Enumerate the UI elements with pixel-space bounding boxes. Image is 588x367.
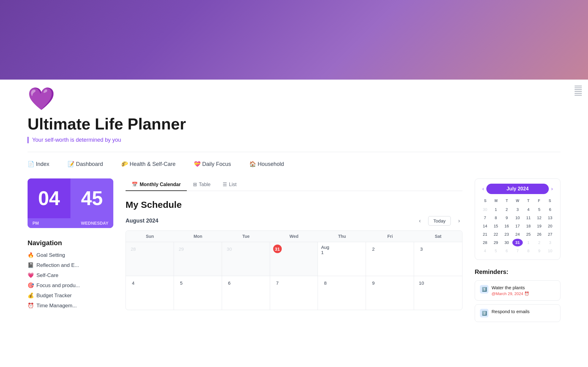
- mini-cell-2next[interactable]: 2: [534, 239, 544, 246]
- mini-cell-24[interactable]: 24: [512, 230, 522, 238]
- cal-cell-8[interactable]: 8: [318, 276, 366, 310]
- mini-cell-10next[interactable]: 10: [545, 247, 555, 255]
- mini-calendar-grid: 30 1 2 3 4 5 6 7 8 9 10 11 12 13 14: [480, 206, 555, 255]
- mini-cell-9next[interactable]: 9: [534, 247, 544, 255]
- nav-household[interactable]: 🏠 Household: [249, 161, 284, 167]
- nav-daily-focus[interactable]: 💝 Daily Focus: [194, 161, 231, 167]
- mini-cell-8[interactable]: 8: [491, 214, 501, 222]
- clock-day: WEDNESDAY: [81, 221, 108, 226]
- cal-cell-2[interactable]: 2: [366, 242, 414, 276]
- mini-cell-5next[interactable]: 5: [491, 247, 501, 255]
- nav-goal-setting[interactable]: 🔥 Goal Setting: [28, 252, 113, 258]
- mini-cell-9[interactable]: 9: [502, 214, 512, 222]
- mini-cell-11[interactable]: 11: [523, 214, 533, 222]
- mini-cell-28[interactable]: 28: [480, 239, 490, 246]
- cal-cell-29[interactable]: 29: [174, 242, 222, 276]
- mini-cell-2[interactable]: 2: [502, 206, 512, 213]
- scrollbar[interactable]: [575, 86, 582, 95]
- day-header-fri: Fri: [366, 231, 414, 242]
- mini-cell-3[interactable]: 3: [512, 206, 522, 213]
- tab-list[interactable]: ☰ List: [217, 178, 243, 191]
- calendar-day-headers: Sun Mon Tue Wed Thu Fri Sat: [126, 231, 462, 242]
- nav-health[interactable]: 🌮 Health & Self-Care: [121, 161, 175, 167]
- mini-cell-16[interactable]: 16: [502, 222, 512, 230]
- nav-self-care[interactable]: 💗 Self-Care: [28, 272, 113, 279]
- cal-cell-10[interactable]: 10: [414, 276, 462, 310]
- mini-cell-3next[interactable]: 3: [545, 239, 555, 246]
- calendar-icon: 📅: [132, 182, 138, 187]
- mini-cell-29[interactable]: 29: [491, 239, 501, 246]
- cal-cell-9[interactable]: 9: [366, 276, 414, 310]
- mini-cal-next-btn[interactable]: ›: [549, 185, 555, 193]
- mini-cell-6next[interactable]: 6: [502, 247, 512, 255]
- mini-cell-12[interactable]: 12: [534, 214, 544, 222]
- tab-monthly-calendar[interactable]: 📅 Monthly Calendar: [126, 178, 187, 191]
- day-header-sat: Sat: [414, 231, 462, 242]
- nav-reflection[interactable]: 📓 Reflection and E...: [28, 262, 113, 268]
- mini-cell-17[interactable]: 17: [512, 222, 522, 230]
- mini-cell-15[interactable]: 15: [491, 222, 501, 230]
- day-header-sun: Sun: [126, 231, 174, 242]
- mini-hdr-w: W: [512, 198, 523, 204]
- reminder-2-text: Respond to emails: [492, 309, 530, 314]
- cal-cell-6[interactable]: 6: [222, 276, 270, 310]
- mini-cell-21[interactable]: 21: [480, 230, 490, 238]
- clock-minute: 45: [70, 178, 113, 218]
- mini-cell-7next[interactable]: 7: [512, 247, 522, 255]
- right-panel: ‹ July 2024 › S M T W T F S 30 1: [475, 178, 560, 326]
- mini-cell-27[interactable]: 27: [545, 230, 555, 238]
- reminder-item-1: 1️⃣ Water the plants @March 29, 2024 ⏰: [475, 280, 560, 301]
- nav-focus[interactable]: 🎯 Focus and produ...: [28, 282, 113, 289]
- mini-cell-30[interactable]: 30: [502, 239, 512, 246]
- nav-budget[interactable]: 💰 Budget Tracker: [28, 292, 113, 299]
- mini-cell-8next[interactable]: 8: [523, 247, 533, 255]
- mini-calendar-header: ‹ July 2024 ›: [480, 184, 555, 194]
- cal-cell-7[interactable]: 7: [270, 276, 318, 310]
- mini-cal-prev-btn[interactable]: ‹: [480, 185, 486, 193]
- cal-cell-5[interactable]: 5: [174, 276, 222, 310]
- nav-dashboard[interactable]: 📝 Dashboard: [68, 161, 103, 167]
- scroll-line-1: [575, 86, 582, 86]
- day-header-wed: Wed: [270, 231, 318, 242]
- mini-cell-23[interactable]: 23: [502, 230, 512, 238]
- calendar-next-btn[interactable]: ›: [456, 216, 462, 225]
- tab-table[interactable]: ⊞ Table: [187, 178, 217, 191]
- nav-time[interactable]: ⏰ Time Managem...: [28, 302, 113, 309]
- mini-cell-4[interactable]: 4: [523, 206, 533, 213]
- calendar-prev-btn[interactable]: ‹: [417, 216, 423, 225]
- mini-cell-5[interactable]: 5: [534, 206, 544, 213]
- cal-cell-30[interactable]: 30: [222, 242, 270, 276]
- cal-cell-aug1[interactable]: Aug 1: [318, 242, 366, 276]
- cal-cell-28[interactable]: 28: [126, 242, 174, 276]
- mini-cell-25[interactable]: 25: [523, 230, 533, 238]
- calendar-nav-group: ‹ Today ›: [417, 216, 462, 226]
- cal-cell-3[interactable]: 3: [414, 242, 462, 276]
- mini-cell-22[interactable]: 22: [491, 230, 501, 238]
- mini-cell-26[interactable]: 26: [534, 230, 544, 238]
- mini-cell-10[interactable]: 10: [512, 214, 522, 222]
- page-title: Ultimate Life Planner: [28, 115, 560, 133]
- mini-cell-20[interactable]: 20: [545, 222, 555, 230]
- mini-cell-31-today[interactable]: 31: [512, 239, 522, 246]
- calendar-today-btn[interactable]: Today: [428, 216, 451, 226]
- mini-cell-6[interactable]: 6: [545, 206, 555, 213]
- calendar-row-1: 28 29 30 31 Aug 1 2 3: [126, 242, 462, 276]
- mini-cell-13[interactable]: 13: [545, 214, 555, 222]
- left-panel: 04 45 PM WEDNESDAY Navigation 🔥 Goal Set…: [28, 178, 113, 309]
- mini-cell-1[interactable]: 1: [491, 206, 501, 213]
- cal-cell-4[interactable]: 4: [126, 276, 174, 310]
- page-quote: Your self-worth is determined by you: [28, 137, 560, 143]
- mini-cell-14[interactable]: 14: [480, 222, 490, 230]
- nav-index[interactable]: 📄 Index: [28, 161, 49, 167]
- cal-cell-31[interactable]: 31: [270, 242, 318, 276]
- table-icon: ⊞: [193, 182, 197, 187]
- mini-cell-1next[interactable]: 1: [523, 239, 533, 246]
- mini-cell-19[interactable]: 19: [534, 222, 544, 230]
- mini-cell-18[interactable]: 18: [523, 222, 533, 230]
- mini-cell-7[interactable]: 7: [480, 214, 490, 222]
- mini-cell-4next[interactable]: 4: [480, 247, 490, 255]
- mini-hdr-t2: T: [523, 198, 534, 204]
- mini-cell-30prev[interactable]: 30: [480, 206, 490, 213]
- reminder-2-content: Respond to emails: [492, 309, 530, 314]
- scroll-line-5: [575, 93, 582, 94]
